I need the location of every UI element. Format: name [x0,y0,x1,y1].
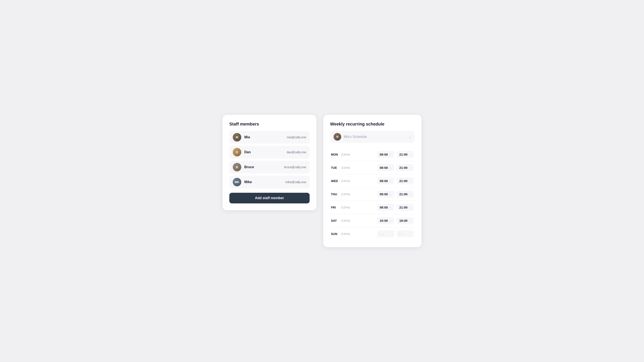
staff-email-bruce: bruce@cally.one [284,165,306,169]
start-value-sat: 10:00 [380,219,388,222]
day-label-fri: FRI [331,206,339,209]
end-time-sat[interactable]: 18:00 ⌄ [397,217,414,224]
hours-label-sat: (11hrs) [341,219,374,222]
avatar-dan: D [233,148,241,156]
staff-item-mike[interactable]: MK Mike mike@cally.one [229,176,310,188]
staff-card-title: Staff members [229,122,310,127]
avatar-bruce: B [233,163,241,171]
staff-email-dan: dan@cally.one [286,150,306,154]
schedule-row-fri: FRI (11hrs) 08:00 ⌄ 21:00 ⌄ [330,201,415,214]
chevron-start-sat: ⌄ [390,219,392,222]
day-label-tue: TUE [331,166,339,169]
staff-email-mike: mike@cally.one [285,180,306,184]
start-value-wed: 08:00 [380,179,388,183]
schedule-card-title: Weekly recurring schedule [330,122,415,127]
staff-members-card: Staff members M Mia mia@cally.one D Dan … [222,115,316,210]
start-value-sun: - [380,232,381,236]
start-time-sun[interactable]: - ⌄ [377,230,394,237]
day-label-thu: THU [331,193,339,196]
end-value-mon: 21:00 [399,153,408,156]
start-time-tue[interactable]: 08:00 ⌄ [377,164,394,171]
chevron-start-sun: ⌄ [382,232,384,235]
end-time-fri[interactable]: 21:00 ⌄ [397,204,414,211]
day-label-wed: WED [331,179,339,183]
schedule-row-tue: TUE (11hrs) 08:00 ⌄ 21:00 ⌄ [330,161,415,174]
chevron-end-mon: ⌄ [409,153,411,156]
hours-label-wed: (11hrs) [341,179,374,182]
chevron-start-mon: ⌄ [390,153,392,156]
start-value-tue: 08:00 [380,166,388,169]
start-time-sat[interactable]: 10:00 ⌄ [377,217,394,224]
staff-name-dan: Dan [244,150,284,154]
hours-label-fri: (11hrs) [341,206,374,209]
end-value-wed: 21:00 [399,179,408,183]
start-time-mon[interactable]: 08:00 ⌄ [377,151,394,158]
staff-item-dan[interactable]: D Dan dan@cally.one [229,146,310,159]
hours-label-tue: (11hrs) [341,166,374,169]
chevron-end-sat: ⌄ [409,219,411,222]
day-label-mon: MON [331,153,339,156]
hours-label-sun: (11hrs) [341,232,374,235]
start-time-wed[interactable]: 08:00 ⌄ [377,177,394,184]
schedule-selected-name: Mia's Schedule [344,135,406,139]
schedule-row-sun: SUN (11hrs) - ⌄ - ⌄ [330,227,415,240]
chevron-end-sun: ⌄ [402,232,404,235]
staff-list: M Mia mia@cally.one D Dan dan@cally.one … [229,131,310,188]
chevron-end-wed: ⌄ [409,180,411,182]
main-container: Staff members M Mia mia@cally.one D Dan … [214,106,430,256]
staff-name-bruce: Bruce [244,165,281,169]
chevron-end-fri: ⌄ [409,206,411,209]
day-label-sun: SUN [331,232,339,236]
end-time-wed[interactable]: 21:00 ⌄ [397,177,414,184]
hours-label-mon: (11hrs) [341,153,374,156]
hours-label-thu: (11hrs) [341,193,374,196]
chevron-start-fri: ⌄ [390,206,392,209]
start-value-mon: 08:00 [380,153,388,156]
staff-name-mia: Mia [244,135,284,139]
chevron-start-wed: ⌄ [390,180,392,182]
end-value-sun: - [399,232,400,236]
chevron-start-tue: ⌄ [390,166,392,169]
schedule-card: Weekly recurring schedule M Mia's Schedu… [323,115,422,247]
start-value-fri: 08:00 [380,206,388,209]
staff-item-bruce[interactable]: B Bruce bruce@cally.one [229,161,310,174]
end-time-sun[interactable]: - ⌄ [397,230,414,237]
schedule-avatar: M [334,133,341,141]
start-time-fri[interactable]: 08:00 ⌄ [377,204,394,211]
schedule-selector-dropdown[interactable]: M Mia's Schedule ⌄ [330,131,415,143]
add-staff-member-button[interactable]: Add staff member [229,193,310,203]
end-value-tue: 21:00 [399,166,408,169]
schedule-rows: MON (11hrs) 08:00 ⌄ 21:00 ⌄ TUE (11hrs) … [330,148,415,240]
chevron-start-thu: ⌄ [390,193,392,196]
chevron-down-icon: ⌄ [409,135,411,138]
chevron-end-thu: ⌄ [409,193,411,196]
start-time-thu[interactable]: 08:00 ⌄ [377,191,394,198]
schedule-row-wed: WED (11hrs) 08:00 ⌄ 21:00 ⌄ [330,174,415,188]
avatar-mia: M [233,133,241,141]
end-value-thu: 21:00 [399,192,408,196]
schedule-row-mon: MON (11hrs) 08:00 ⌄ 21:00 ⌄ [330,148,415,161]
schedule-row-thu: THU (11hrs) 08:00 ⌄ 21:00 ⌄ [330,188,415,201]
staff-email-mia: mia@cally.one [287,136,306,139]
staff-item-mia[interactable]: M Mia mia@cally.one [229,131,310,144]
end-time-thu[interactable]: 21:00 ⌄ [397,191,414,198]
avatar-mike: MK [233,178,241,186]
staff-name-mike: Mike [244,180,282,184]
end-time-mon[interactable]: 21:00 ⌄ [397,151,414,158]
end-value-sat: 18:00 [399,219,408,222]
start-value-thu: 08:00 [380,192,388,196]
end-value-fri: 21:00 [399,206,408,209]
day-label-sat: SAT [331,219,339,222]
schedule-row-sat: SAT (11hrs) 10:00 ⌄ 18:00 ⌄ [330,214,415,227]
chevron-end-tue: ⌄ [409,166,411,169]
end-time-tue[interactable]: 21:00 ⌄ [397,164,414,171]
